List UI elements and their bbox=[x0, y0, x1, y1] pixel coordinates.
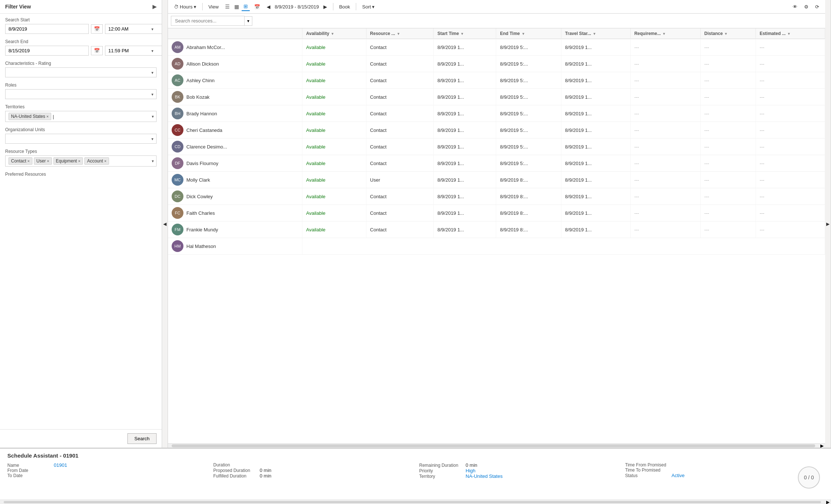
search-end-time-input[interactable] bbox=[105, 46, 162, 56]
col-requirements[interactable]: Requireme... ▾ bbox=[630, 28, 700, 39]
start-time-sort-icon: ▾ bbox=[461, 32, 463, 36]
panel-right-toggle[interactable]: ▶ bbox=[825, 0, 831, 448]
scroll-right-arrow[interactable]: ▶ bbox=[819, 443, 825, 448]
table-row[interactable]: HM Hal Matheson bbox=[168, 238, 825, 255]
table-row[interactable]: CC Cheri Castaneda Available Contact 8/9… bbox=[168, 122, 825, 139]
roles-select-wrapper[interactable]: ▾ bbox=[5, 89, 157, 99]
table-row[interactable]: BH Brady Hannon Available Contact 8/9/20… bbox=[168, 105, 825, 122]
prev-period-button[interactable]: ◀ bbox=[264, 3, 273, 11]
book-button[interactable]: Book bbox=[337, 3, 353, 11]
col-travel-start[interactable]: Travel Star... ▾ bbox=[561, 28, 631, 39]
hours-button[interactable]: ⏱ Hours ▾ bbox=[172, 3, 199, 11]
list-view-icon[interactable]: ☰ bbox=[223, 2, 232, 11]
table-row[interactable]: FM Frankie Mundy Available Contact 8/9/2… bbox=[168, 221, 825, 238]
resource-type-tag-account-remove[interactable]: × bbox=[104, 159, 106, 163]
cell-resource-type: Contact bbox=[366, 56, 434, 72]
from-date-label: From Date bbox=[7, 468, 52, 473]
name-value[interactable]: 01901 bbox=[54, 462, 67, 468]
field-name: Name 01901 bbox=[7, 462, 206, 468]
table-row[interactable]: DF Davis Flournoy Available Contact 8/9/… bbox=[168, 155, 825, 172]
search-end-label: Search End bbox=[5, 39, 157, 44]
duration-label: Duration bbox=[213, 462, 257, 468]
next-period-button[interactable]: ▶ bbox=[321, 3, 329, 11]
gantt-view-icon[interactable]: ▦ bbox=[232, 2, 241, 11]
resource-type-tag-account: Account × bbox=[84, 157, 109, 165]
search-dropdown-button[interactable]: ▾ bbox=[245, 16, 252, 26]
collapse-filter-icon[interactable]: ▶ bbox=[152, 4, 157, 10]
resources-table-container[interactable]: Availability ▾ Resource ... ▾ Start Time… bbox=[168, 28, 825, 443]
col-availability[interactable]: Availability ▾ bbox=[302, 28, 366, 39]
app-scrollbar-thumb[interactable] bbox=[4, 501, 821, 503]
col-name[interactable] bbox=[168, 28, 302, 39]
resource-types-tag-container[interactable]: Contact × User × Equipment × Account bbox=[5, 155, 157, 167]
cell-travel-start: 8/9/2019 1... bbox=[561, 105, 631, 122]
horizontal-scrollbar[interactable]: ▶ bbox=[168, 443, 825, 448]
sort-button[interactable]: Sort ▾ bbox=[360, 3, 377, 11]
resource-type-tag-user-remove[interactable]: × bbox=[47, 159, 49, 163]
cell-distance: --- bbox=[701, 139, 756, 155]
search-end-calendar-icon[interactable]: 📅 bbox=[91, 46, 103, 55]
territory-value[interactable]: NA-United States bbox=[466, 473, 502, 479]
table-row[interactable]: AC Ashley Chinn Available Contact 8/9/20… bbox=[168, 72, 825, 89]
panel-left-toggle[interactable]: ◀ bbox=[162, 0, 168, 448]
calendar-view-icon[interactable]: 📅 bbox=[252, 3, 262, 11]
org-units-select[interactable] bbox=[5, 134, 157, 144]
table-row[interactable]: AD Allison Dickson Available Contact 8/9… bbox=[168, 56, 825, 72]
table-row[interactable]: BK Bob Kozak Available Contact 8/9/2019 … bbox=[168, 89, 825, 105]
resources-tbody: AM Abraham McCor... Available Contact 8/… bbox=[168, 39, 825, 255]
cell-name: FC Faith Charles bbox=[168, 205, 302, 221]
col-resource-type[interactable]: Resource ... ▾ bbox=[366, 28, 434, 39]
app-bottom-scrollbar[interactable]: ▶ bbox=[0, 500, 831, 504]
col-start-time[interactable]: Start Time ▾ bbox=[434, 28, 496, 39]
col-estimated[interactable]: Estimated ... ▾ bbox=[756, 28, 825, 39]
table-row[interactable]: DC Dick Cowley Available Contact 8/9/201… bbox=[168, 188, 825, 205]
settings-icon-button[interactable]: ⚙ bbox=[802, 3, 811, 11]
eye-icon-button[interactable]: 👁 bbox=[790, 3, 800, 11]
resource-type-tag-equipment-remove[interactable]: × bbox=[78, 159, 80, 163]
refresh-icon-button[interactable]: ⟳ bbox=[813, 3, 821, 11]
cell-travel-start: 8/9/2019 1... bbox=[561, 39, 631, 56]
territories-tag-container[interactable]: NA-United States × | ▾ bbox=[5, 111, 157, 122]
bottom-fields-grid: Name 01901 From Date To Date Duration bbox=[7, 462, 824, 479]
app-scroll-right-arrow[interactable]: ▶ bbox=[825, 500, 831, 504]
table-row[interactable]: FC Faith Charles Available Contact 8/9/2… bbox=[168, 205, 825, 221]
search-end-date-input[interactable] bbox=[5, 46, 89, 56]
search-start-date-input[interactable] bbox=[5, 24, 89, 34]
search-start-time-input[interactable] bbox=[105, 24, 162, 34]
col-end-time[interactable]: End Time ▾ bbox=[496, 28, 561, 39]
cell-travel-start: 8/9/2019 1... bbox=[561, 56, 631, 72]
cell-distance: --- bbox=[701, 155, 756, 172]
characteristics-select-wrapper[interactable]: ▾ bbox=[5, 67, 157, 77]
org-units-select-wrapper[interactable]: ▾ bbox=[5, 134, 157, 144]
time-to-promised-label: Time To Promised bbox=[625, 468, 669, 473]
cell-requirements: --- bbox=[630, 221, 700, 238]
search-end-row: 📅 ▾ bbox=[5, 46, 157, 56]
table-row[interactable]: MC Molly Clark Available User 8/9/2019 1… bbox=[168, 172, 825, 188]
cell-end-time: 8/9/2019 5:... bbox=[496, 39, 561, 56]
cell-estimated: --- bbox=[756, 89, 825, 105]
scrollbar-thumb[interactable] bbox=[172, 444, 815, 447]
col-distance[interactable]: Distance ▾ bbox=[701, 28, 756, 39]
territory-tag-remove[interactable]: × bbox=[46, 114, 49, 119]
field-priority: Priority High bbox=[419, 468, 618, 473]
search-button[interactable]: Search bbox=[127, 433, 157, 444]
proposed-duration-value: 0 min bbox=[260, 468, 271, 473]
search-end-section: Search End 📅 ▾ bbox=[5, 39, 157, 56]
roles-select[interactable] bbox=[5, 89, 157, 99]
characteristics-select[interactable] bbox=[5, 67, 157, 77]
priority-value[interactable]: High bbox=[466, 468, 476, 473]
cell-start-time: 8/9/2019 1... bbox=[434, 139, 496, 155]
cell-start-time: 8/9/2019 1... bbox=[434, 56, 496, 72]
roles-label: Roles bbox=[5, 83, 157, 88]
table-row[interactable]: CD Clarence Desimo... Available Contact … bbox=[168, 139, 825, 155]
grid-panel: ⏱ Hours ▾ View ☰ ▦ ⊞ 📅 ◀ 8/9/2019 - 8/15… bbox=[168, 0, 825, 448]
search-resources-input[interactable] bbox=[171, 16, 245, 26]
search-start-calendar-icon[interactable]: 📅 bbox=[91, 24, 103, 34]
status-value[interactable]: Active bbox=[672, 473, 684, 478]
circle-indicator: 0 / 0 bbox=[798, 466, 820, 489]
grid-view-icon[interactable]: ⊞ bbox=[242, 2, 250, 11]
resource-type-tag-contact-remove[interactable]: × bbox=[27, 159, 29, 163]
table-row[interactable]: AM Abraham McCor... Available Contact 8/… bbox=[168, 39, 825, 56]
preferred-resources-section: Preferred Resources bbox=[5, 172, 157, 177]
view-button[interactable]: View bbox=[206, 3, 221, 11]
